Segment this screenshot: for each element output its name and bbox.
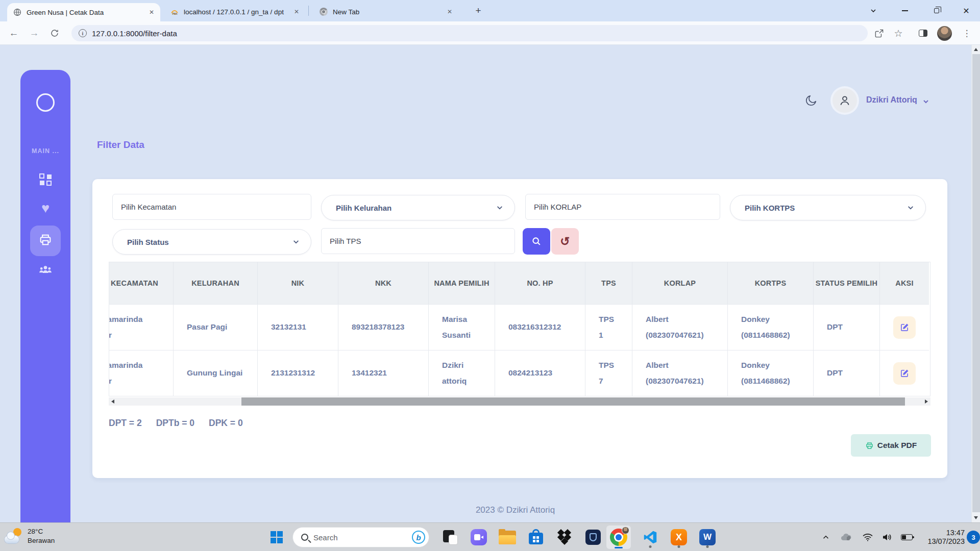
taskbar-clock[interactable]: 13:47 13/07/2023 bbox=[918, 529, 965, 546]
cell-kelurahan: Gunung Lingai bbox=[174, 350, 258, 396]
globe-icon bbox=[13, 8, 21, 16]
taskbar-weather-widget[interactable]: 28°C Berawan bbox=[4, 527, 55, 546]
window-restore-button[interactable] bbox=[925, 0, 948, 21]
cell-kecamatan: Samarinda Ilir bbox=[109, 350, 174, 396]
bookmark-star-icon[interactable]: ☆ bbox=[889, 21, 908, 45]
scroll-left-arrow[interactable] bbox=[111, 399, 114, 404]
scrollbar-thumb[interactable] bbox=[241, 397, 905, 406]
taskbar-app-ms-store[interactable] bbox=[525, 526, 547, 548]
tab-close-icon[interactable]: ✕ bbox=[292, 7, 301, 16]
notes-app-icon bbox=[442, 529, 458, 545]
kortps-select[interactable]: Pilih KORTPS bbox=[730, 195, 926, 220]
cetak-pdf-button[interactable]: Cetak PDF bbox=[851, 434, 931, 457]
new-tab-button[interactable]: + bbox=[472, 4, 485, 17]
side-panel-icon[interactable] bbox=[914, 21, 932, 45]
tray-chevron[interactable] bbox=[817, 523, 835, 551]
cell-nik: 32132131 bbox=[258, 304, 338, 350]
cell-nama: Marisa Susanti bbox=[429, 304, 495, 350]
tray-wifi[interactable] bbox=[859, 523, 877, 551]
scroll-up-arrow[interactable] bbox=[974, 48, 978, 51]
profile-avatar[interactable] bbox=[935, 21, 953, 45]
scroll-down-arrow[interactable] bbox=[974, 516, 978, 519]
edit-button[interactable] bbox=[893, 316, 916, 339]
user-avatar[interactable] bbox=[832, 88, 857, 113]
cell-kelurahan: Pasar Pagi bbox=[174, 304, 258, 350]
window-close-button[interactable]: ✕ bbox=[954, 0, 978, 21]
share-icon[interactable] bbox=[870, 21, 888, 45]
col-header: KECAMATAN bbox=[109, 262, 174, 304]
speaker-icon bbox=[878, 527, 896, 547]
sidebar-item-dashboard[interactable] bbox=[20, 173, 70, 186]
forward-icon[interactable]: → bbox=[26, 21, 43, 45]
tray-volume[interactable] bbox=[878, 523, 896, 551]
user-menu-chevron-icon[interactable] bbox=[922, 97, 930, 108]
chevron-down-icon bbox=[496, 204, 503, 211]
edit-pencil-icon bbox=[900, 322, 910, 332]
col-header: STATUS PEMILIH bbox=[814, 262, 880, 304]
cell-kecamatan: Samarinda Ilir bbox=[109, 304, 174, 350]
kortps-select-value: Pilih KORTPS bbox=[745, 204, 795, 212]
chevron-up-icon bbox=[817, 527, 835, 547]
cell-nkk: 13412321 bbox=[338, 350, 429, 396]
address-bar[interactable]: i 127.0.0.1:8000/filter-data bbox=[71, 25, 868, 41]
tps-input[interactable] bbox=[321, 228, 515, 254]
tab-search-chevron-icon[interactable] bbox=[862, 0, 885, 21]
tray-battery[interactable] bbox=[897, 523, 916, 551]
browser-tab-strip: Green Nusa | Cetak Data ✕ PMA localhost … bbox=[0, 0, 980, 21]
browser-menu-icon[interactable]: ⋮ bbox=[958, 21, 976, 45]
username-text[interactable]: Dzikri Attoriq bbox=[866, 95, 917, 105]
edit-button[interactable] bbox=[893, 362, 916, 385]
col-header: NAMA PEMILIH bbox=[429, 262, 495, 304]
xampp-icon: X bbox=[671, 529, 687, 545]
taskbar-app-file-explorer[interactable] bbox=[496, 526, 519, 548]
app-logo[interactable] bbox=[20, 93, 70, 112]
dropbox-icon bbox=[557, 530, 572, 545]
back-icon[interactable]: ← bbox=[5, 21, 22, 45]
window-minimize-button[interactable] bbox=[893, 0, 917, 21]
taskbar-app-navy[interactable] bbox=[582, 526, 604, 548]
status-select[interactable]: Pilih Status bbox=[112, 229, 311, 255]
svg-text:PMA: PMA bbox=[172, 13, 178, 15]
edit-pencil-icon bbox=[900, 368, 910, 378]
scroll-right-arrow[interactable] bbox=[925, 399, 928, 404]
kecamatan-input[interactable] bbox=[112, 194, 311, 220]
url-text: 127.0.0.1:8000/filter-data bbox=[92, 29, 177, 38]
table-horizontal-scrollbar[interactable] bbox=[109, 397, 930, 406]
tab-green-nusa[interactable]: Green Nusa | Cetak Data ✕ bbox=[7, 3, 160, 21]
reload-icon[interactable] bbox=[46, 21, 63, 45]
site-info-icon[interactable]: i bbox=[79, 29, 87, 37]
taskbar-app-vscode[interactable] bbox=[639, 526, 662, 548]
korlap-input[interactable] bbox=[525, 194, 720, 220]
reset-button[interactable]: ↺ bbox=[551, 228, 579, 255]
tray-onedrive[interactable] bbox=[837, 523, 855, 551]
sidebar-item-print-active[interactable] bbox=[30, 226, 61, 256]
taskbar-search-box[interactable]: Search b bbox=[292, 527, 429, 547]
taskbar-app-word[interactable]: W bbox=[696, 526, 719, 548]
taskbar-app-dropbox[interactable] bbox=[553, 526, 576, 548]
tab-close-icon[interactable]: ✕ bbox=[445, 7, 454, 16]
col-header: AKSI bbox=[880, 262, 929, 304]
sidebar: MAIN ... ♥ bbox=[20, 70, 70, 522]
page-vertical-scrollbar[interactable] bbox=[971, 45, 980, 522]
sidebar-item-users[interactable] bbox=[20, 263, 70, 277]
tab-close-icon[interactable]: ✕ bbox=[147, 8, 156, 17]
col-header: NKK bbox=[338, 262, 429, 304]
tab-new-tab[interactable]: New Tab ✕ bbox=[313, 4, 458, 19]
kelurahan-select[interactable]: Pilih Kelurahan bbox=[321, 195, 515, 220]
dark-mode-moon-icon[interactable] bbox=[804, 94, 818, 109]
taskbar-app-video-chat[interactable] bbox=[468, 526, 490, 548]
notification-badge[interactable]: 3 bbox=[967, 531, 980, 544]
chevron-down-icon bbox=[292, 238, 300, 245]
sidebar-item-favorites[interactable]: ♥ bbox=[20, 202, 70, 215]
taskbar-app-chrome-active[interactable] bbox=[606, 525, 631, 549]
weather-condition: Berawan bbox=[28, 536, 55, 545]
tab-phpmyadmin[interactable]: PMA localhost / 127.0.0.1 / gn_ta / dpt … bbox=[164, 4, 305, 19]
scrollbar-thumb[interactable] bbox=[972, 54, 980, 512]
ms-store-icon bbox=[528, 529, 544, 545]
word-icon: W bbox=[699, 529, 716, 545]
start-button[interactable] bbox=[265, 526, 288, 548]
taskbar-app-xampp[interactable]: X bbox=[668, 526, 690, 548]
col-header: TPS bbox=[585, 262, 632, 304]
search-button[interactable] bbox=[523, 228, 550, 255]
taskbar-app-notes[interactable] bbox=[439, 526, 461, 548]
